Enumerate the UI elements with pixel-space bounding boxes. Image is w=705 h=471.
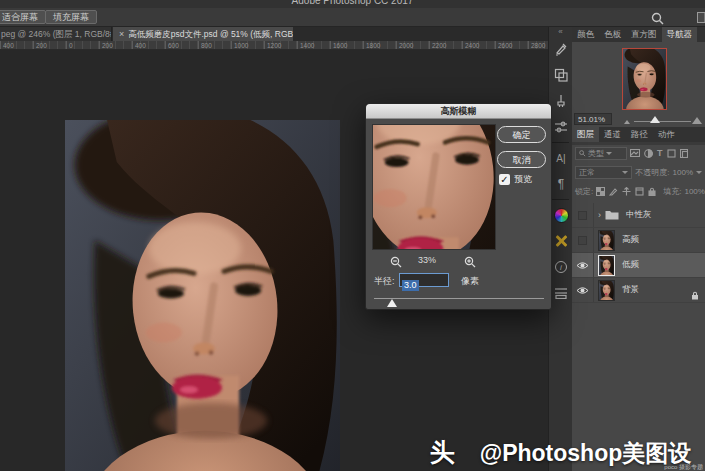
extensions-icon[interactable] [549, 228, 573, 254]
lock-pixels-icon [609, 187, 618, 196]
fill-screen-button[interactable]: 填充屏幕 [45, 10, 97, 24]
ruler-label: 2400 [462, 41, 495, 49]
expand-dock-icon[interactable]: « [549, 27, 572, 36]
radius-slider-thumb[interactable] [387, 299, 397, 307]
ruler-label: 0 [66, 41, 99, 49]
ruler-label: 2600 [495, 41, 528, 49]
brush-settings-icon[interactable] [549, 36, 573, 62]
layer-name: 中性灰 [626, 209, 652, 221]
fit-screen-button[interactable]: 适合屏幕 [0, 10, 46, 24]
preview-zoom-value: 33% [418, 255, 436, 265]
workspace-switcher-icon[interactable] [697, 12, 705, 23]
navigator-zoom-row: 51.01% [572, 112, 705, 127]
character-panel-icon[interactable]: A| [549, 145, 573, 171]
lock-artboard-icon [635, 187, 644, 196]
zoom-in-mountain-icon[interactable] [692, 117, 702, 124]
filter-search-icon [579, 150, 586, 157]
tab-channels[interactable]: 通道 [599, 127, 626, 142]
horizontal-ruler[interactable]: 4002000200400600800100012001400160018002… [0, 41, 558, 50]
color-themes-icon[interactable] [549, 202, 573, 228]
clone-source-icon[interactable] [549, 62, 573, 88]
ruler-label: 1200 [264, 41, 297, 49]
document-tab-bar: peg @ 246% (图层 1, RGB/8#) * ×高低频磨皮psd文件.… [0, 27, 558, 41]
tool-presets-icon[interactable] [549, 88, 573, 114]
close-tab-icon[interactable]: × [119, 29, 124, 39]
radius-label: 半径: [374, 275, 395, 288]
filter-shape-layers-icon [667, 149, 676, 158]
navigator-zoom-value[interactable]: 51.01% [574, 113, 612, 125]
app-titlebar: Adobe Photoshop CC 2017 [0, 0, 705, 8]
filter-pixel-layers-icon [630, 149, 640, 157]
layer-row-background[interactable]: 背景 [572, 278, 705, 303]
layer-row-high-freq[interactable]: 高频 [572, 228, 705, 253]
zoom-out-mountain-icon[interactable] [624, 120, 630, 124]
blur-preview-image[interactable] [372, 124, 496, 250]
layer-row-low-freq-selected[interactable]: 低频 [572, 253, 705, 278]
eye-icon [576, 286, 589, 295]
visibility-toggle[interactable] [572, 203, 594, 227]
lock-row: 锁定: 填充: 100% [575, 183, 702, 199]
preview-checkbox[interactable]: ✓ [499, 174, 510, 185]
filter-type-layers-icon: T [657, 148, 663, 158]
tab-layers[interactable]: 图层 [572, 127, 599, 142]
layers-panel-tabs: 图层 通道 路径 动作 [572, 127, 705, 142]
ruler-label: 1600 [330, 41, 363, 49]
document-tab-active[interactable]: ×高低频磨皮psd文件.psd @ 51% (低频, RGB/8) * [113, 27, 293, 41]
preview-zoom-row: 33% [372, 254, 496, 268]
layer-list: › 中性灰 高频 [572, 203, 705, 303]
visibility-off-box [578, 236, 587, 245]
tab-paths[interactable]: 路径 [626, 127, 653, 142]
layer-name: 背景 [622, 284, 639, 296]
fill-value[interactable]: 100% [684, 187, 704, 196]
preview-label: 预览 [514, 173, 532, 186]
radius-slider-track[interactable] [374, 298, 544, 299]
radius-unit-label: 像素 [461, 275, 479, 288]
navigator-zoom-track[interactable] [634, 121, 691, 122]
blend-mode-dropdown[interactable]: 正常 [575, 166, 632, 179]
cancel-button[interactable]: 取消 [497, 151, 546, 168]
opacity-label: 不透明度: [635, 167, 669, 178]
preview-checkbox-row: ✓ 预览 [499, 173, 532, 186]
lock-all-icon [648, 187, 656, 196]
layer-thumbnail[interactable] [598, 230, 615, 251]
ruler-label: 1000 [231, 41, 264, 49]
tab-navigator[interactable]: 导航器 [662, 27, 698, 42]
tab-color[interactable]: 颜色 [572, 27, 599, 42]
visibility-toggle[interactable] [572, 253, 594, 277]
filter-kind-dropdown[interactable]: 类型 [575, 147, 627, 160]
group-expand-arrow[interactable]: › [598, 210, 601, 220]
layer-thumbnail[interactable] [598, 280, 615, 301]
ruler-label: 1400 [297, 41, 330, 49]
layer-thumbnail[interactable] [598, 255, 615, 276]
dialog-titlebar[interactable]: 高斯模糊 [366, 104, 551, 119]
navigator-proxy-view[interactable] [622, 48, 667, 110]
zoom-out-icon[interactable] [390, 254, 402, 272]
tab-actions[interactable]: 动作 [653, 127, 680, 142]
document-tab-inactive[interactable]: peg @ 246% (图层 1, RGB/8#) * [0, 27, 112, 41]
panel-dock: 颜色 色板 直方图 导航器 51.01% 图层 通道 路径 动作 [572, 27, 705, 471]
navigator-zoom-thumb[interactable] [650, 116, 660, 123]
ruler-label: 800 [198, 41, 231, 49]
ok-button[interactable]: 确定 [497, 126, 546, 143]
tab-swatches[interactable]: 色板 [599, 27, 626, 42]
zoom-in-icon[interactable] [464, 254, 476, 272]
paragraph-panel-icon[interactable]: ¶ [549, 171, 573, 197]
layer-filter-row: 类型 T [575, 145, 702, 161]
radius-slider[interactable] [374, 296, 544, 308]
opacity-value[interactable]: 100% [673, 168, 693, 177]
watermark-brand: 头条 [430, 436, 474, 471]
visibility-toggle[interactable] [572, 228, 594, 252]
lock-icon [691, 286, 699, 304]
layer-row-group[interactable]: › 中性灰 [572, 203, 705, 228]
visibility-toggle[interactable] [572, 278, 594, 302]
navigator-panel-tabs: 颜色 色板 直方图 导航器 [572, 27, 705, 42]
gaussian-blur-dialog: 高斯模糊 确定 取消 ✓ 预览 33% 半径: 3.0 像素 [365, 103, 552, 310]
options-bar: 适合屏幕 填充屏幕 [0, 8, 705, 27]
adjustments-icon[interactable] [549, 114, 573, 140]
photo-canvas[interactable] [65, 120, 340, 471]
tab-histogram[interactable]: 直方图 [626, 27, 662, 42]
layer-name: 高频 [622, 234, 639, 246]
watermark-logo: poco 摄影专题 [664, 464, 703, 470]
radius-input[interactable]: 3.0 [399, 273, 449, 287]
ruler-label: 200 [33, 41, 66, 49]
